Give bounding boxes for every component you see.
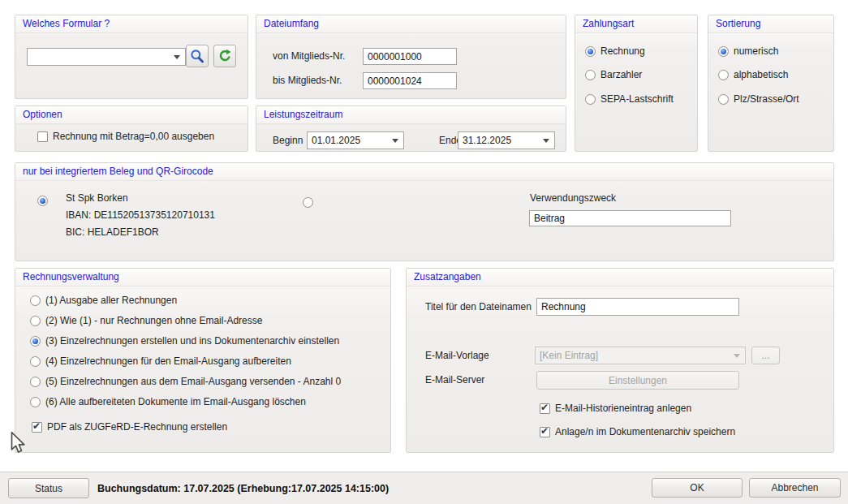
- bis-mitglieds-nr-label: bis Mitglieds-Nr.: [273, 72, 342, 89]
- radio-circle: [30, 295, 41, 306]
- radio-option-1[interactable]: (1) Ausgabe aller Rechnungen: [30, 295, 177, 306]
- titel-dateinamen-input[interactable]: [536, 298, 739, 316]
- radio-circle: [30, 356, 41, 367]
- ok-button[interactable]: OK: [652, 478, 743, 498]
- bis-mitglieds-nr-input[interactable]: [363, 72, 457, 89]
- group-rechnungsverwaltung: Rechnungsverwaltung (1) Ausgabe aller Re…: [15, 268, 391, 453]
- buchungsdatum-text: Buchungsdatum: 17.07.2025 (Erhebung:17.0…: [97, 472, 389, 504]
- verwendungszweck-input[interactable]: [529, 210, 731, 226]
- bank-iban: IBAN: DE11520513735120710131: [66, 207, 215, 224]
- radio-option-4[interactable]: (4) Einzelrechnungen für den Email-Ausga…: [30, 355, 291, 367]
- radio-circle: [37, 196, 48, 206]
- chevron-down-icon: [543, 139, 549, 143]
- group-dateiumfang: Dateiumfang von Mitglieds-Nr. bis Mitgli…: [256, 15, 566, 99]
- group-zahlungsart: Zahlungsart Rechnung Barzahler SEPA-Last…: [575, 15, 698, 152]
- beginn-label: Beginn: [273, 131, 303, 149]
- radio-label: (5) Einzelrechnungen aus dem Email-Ausga…: [45, 376, 341, 387]
- footer-bar: Status Buchungsdatum: 17.07.2025 (Erhebu…: [0, 472, 848, 504]
- radio-sepa-lastschrift[interactable]: SEPA-Lastschrift: [585, 93, 674, 105]
- radio-bank-second[interactable]: [303, 196, 313, 208]
- radio-bank-st-spk-borken[interactable]: [37, 195, 48, 206]
- checkbox-label: Anlage/n im Dokumentenarchiv speichern: [555, 426, 735, 437]
- refresh-icon: [217, 49, 232, 63]
- radio-circle: [585, 70, 596, 80]
- radio-circle: [585, 94, 596, 105]
- radio-option-5[interactable]: (5) Einzelrechnungen aus dem Email-Ausga…: [30, 376, 341, 387]
- bank-details: St Spk Borken IBAN: DE115205137351207101…: [66, 190, 215, 241]
- group-title-dateiumfang: Dateiumfang: [256, 15, 566, 33]
- checkbox-box: [32, 422, 42, 433]
- radio-label: Plz/Strasse/Ort: [734, 93, 799, 105]
- bank-name: St Spk Borken: [66, 190, 215, 207]
- group-title-qr-girocode: nur bei integriertem Beleg und QR-Giroco…: [15, 163, 833, 181]
- titel-dateinamen-label: Titel für den Dateinamen: [425, 298, 532, 316]
- radio-label: (3) Einzelrechnungen erstellen und ins D…: [45, 335, 339, 347]
- radio-rechnung[interactable]: Rechnung: [585, 45, 645, 57]
- status-button[interactable]: Status: [8, 478, 89, 498]
- beginn-date-combobox[interactable]: 01.01.2025: [307, 131, 404, 149]
- search-button[interactable]: [186, 45, 209, 67]
- checkbox-anlage-archiv[interactable]: Anlage/n im Dokumentenarchiv speichern: [540, 426, 735, 437]
- email-server-label: E-Mail-Server: [425, 371, 484, 390]
- checkbox-box: [540, 403, 550, 414]
- radio-label: numerisch: [734, 45, 778, 57]
- einstellungen-button: Einstellungen: [536, 371, 739, 390]
- refresh-button[interactable]: [213, 45, 236, 67]
- radio-circle: [30, 377, 41, 387]
- group-sortierung: Sortierung numerisch alphabetisch Plz/St…: [708, 15, 834, 152]
- browse-button: ...: [751, 347, 780, 364]
- formular-combobox[interactable]: [27, 48, 186, 66]
- bank-bic: BIC: HELADEF1BOR: [66, 224, 215, 241]
- abbrechen-button[interactable]: Abbrechen: [749, 478, 841, 498]
- ende-date-value: 31.12.2025: [463, 135, 511, 146]
- group-title-optionen: Optionen: [15, 106, 248, 124]
- radio-label: (4) Einzelrechnungen für den Email-Ausga…: [45, 355, 291, 367]
- checkbox-label: Rechnung mit Betrag=0,00 ausgeben: [53, 131, 214, 142]
- radio-circle: [30, 336, 41, 347]
- radio-option-3[interactable]: (3) Einzelrechnungen erstellen und ins D…: [30, 335, 339, 347]
- radio-circle: [718, 70, 729, 80]
- radio-alphabetisch[interactable]: alphabetisch: [718, 69, 788, 80]
- checkbox-betrag-null[interactable]: Rechnung mit Betrag=0,00 ausgeben: [37, 131, 214, 142]
- checkbox-zugferd[interactable]: PDF als ZUGFeRD-E-Rechnung erstellen: [32, 421, 227, 433]
- von-mitglieds-nr-input[interactable]: [363, 48, 457, 65]
- group-title-leistungszeitraum: Leistungszeitraum: [256, 106, 566, 124]
- group-title-zusatzangaben: Zusatzangaben: [407, 269, 833, 286]
- checkbox-box: [540, 427, 550, 437]
- radio-option-6[interactable]: (6) Alle aufbereiteten Dokumente im Emai…: [30, 396, 306, 407]
- radio-plz-strasse-ort[interactable]: Plz/Strasse/Ort: [718, 93, 799, 105]
- search-icon: [190, 49, 204, 63]
- radio-label: (1) Ausgabe aller Rechnungen: [45, 295, 177, 306]
- radio-numerisch[interactable]: numerisch: [718, 45, 778, 57]
- ende-date-combobox[interactable]: 31.12.2025: [458, 131, 555, 149]
- group-title-welches-formular: Welches Formular ?: [15, 15, 248, 33]
- radio-label: Rechnung: [600, 45, 645, 57]
- group-qr-girocode: nur bei integriertem Beleg und QR-Giroco…: [15, 162, 834, 261]
- radio-label: Barzahler: [600, 69, 642, 80]
- radio-label: SEPA-Lastschrift: [600, 93, 674, 105]
- beginn-date-value: 01.01.2025: [312, 135, 360, 146]
- group-zusatzangaben: Zusatzangaben Titel für den Dateinamen E…: [406, 268, 834, 453]
- von-mitglieds-nr-label: von Mitglieds-Nr.: [273, 48, 345, 65]
- radio-circle: [585, 46, 596, 57]
- radio-circle: [718, 94, 729, 105]
- rechnungen-dialog: Welches Formular ? Dateiumfang von Mitgl…: [0, 0, 848, 504]
- radio-label: alphabetisch: [734, 69, 788, 80]
- group-title-sortierung: Sortierung: [708, 15, 833, 33]
- radio-option-2[interactable]: (2) Wie (1) - nur Rechnungen ohne Email-…: [30, 315, 262, 326]
- group-title-rechnungsverwaltung: Rechnungsverwaltung: [15, 269, 390, 286]
- checkbox-box: [37, 131, 48, 142]
- checkbox-email-historie[interactable]: E-Mail-Historieneintrag anlegen: [540, 403, 691, 414]
- chevron-down-icon: [174, 55, 180, 59]
- radio-circle: [30, 397, 41, 407]
- email-vorlage-value: [Kein Eintrag]: [540, 350, 598, 361]
- group-leistungszeitraum: Leistungszeitraum Beginn 01.01.2025 Ende…: [256, 106, 566, 152]
- radio-circle: [30, 316, 41, 326]
- radio-circle: [303, 197, 313, 208]
- email-vorlage-label: E-Mail-Vorlage: [425, 347, 489, 364]
- group-welches-formular: Welches Formular ?: [15, 15, 248, 99]
- group-title-zahlungsart: Zahlungsart: [575, 15, 697, 33]
- radio-barzahler[interactable]: Barzahler: [585, 69, 642, 80]
- checkbox-label: PDF als ZUGFeRD-E-Rechnung erstellen: [47, 421, 227, 433]
- group-optionen: Optionen Rechnung mit Betrag=0,00 ausgeb…: [15, 106, 248, 152]
